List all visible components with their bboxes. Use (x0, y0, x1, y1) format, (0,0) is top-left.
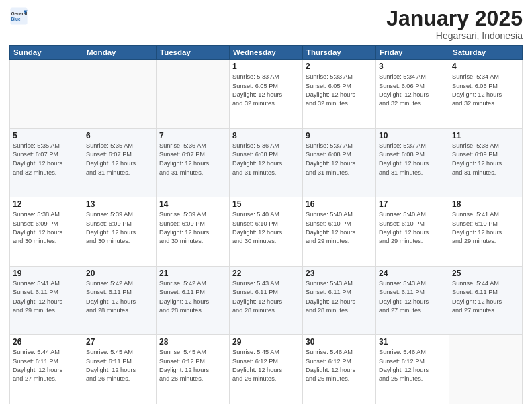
calendar-cell: 3Sunrise: 5:34 AMSunset: 6:06 PMDaylight… (376, 60, 449, 129)
header: General Blue January 2025 Hegarsari, Ind… (9, 7, 523, 41)
calendar-cell: 16Sunrise: 5:40 AMSunset: 6:10 PMDayligh… (303, 197, 376, 267)
day-info: Sunrise: 5:42 AMSunset: 6:11 PMDaylight:… (86, 279, 153, 315)
day-info: Sunrise: 5:39 AMSunset: 6:09 PMDaylight:… (86, 210, 153, 246)
calendar-cell: 30Sunrise: 5:46 AMSunset: 6:12 PMDayligh… (303, 335, 376, 404)
calendar-cell: 4Sunrise: 5:34 AMSunset: 6:06 PMDaylight… (449, 60, 523, 129)
day-info: Sunrise: 5:46 AMSunset: 6:12 PMDaylight:… (306, 348, 373, 383)
day-number: 28 (159, 337, 226, 347)
day-info: Sunrise: 5:38 AMSunset: 6:09 PMDaylight:… (452, 142, 519, 177)
day-number: 22 (232, 269, 300, 278)
weekday-header-row: Sunday Monday Tuesday Wednesday Thursday… (10, 46, 523, 60)
calendar-cell: 5Sunrise: 5:35 AMSunset: 6:07 PMDaylight… (10, 128, 83, 197)
calendar-cell: 19Sunrise: 5:41 AMSunset: 6:11 PMDayligh… (10, 266, 83, 335)
calendar-cell: 22Sunrise: 5:43 AMSunset: 6:11 PMDayligh… (230, 266, 303, 335)
calendar-cell: 10Sunrise: 5:37 AMSunset: 6:08 PMDayligh… (376, 128, 449, 197)
day-number: 20 (86, 269, 153, 278)
day-number: 9 (306, 131, 373, 140)
day-info: Sunrise: 5:33 AMSunset: 6:05 PMDaylight:… (232, 73, 300, 108)
calendar-cell: 2Sunrise: 5:33 AMSunset: 6:05 PMDaylight… (303, 60, 376, 129)
calendar-title: January 2025 (386, 7, 523, 30)
day-info: Sunrise: 5:45 AMSunset: 6:11 PMDaylight:… (86, 348, 153, 383)
calendar-table: Sunday Monday Tuesday Wednesday Thursday… (9, 45, 523, 404)
day-number: 31 (379, 337, 446, 347)
th-friday: Friday (376, 46, 449, 60)
calendar-cell (157, 60, 230, 129)
calendar-cell: 29Sunrise: 5:45 AMSunset: 6:12 PMDayligh… (230, 335, 303, 404)
day-number: 5 (13, 131, 80, 140)
th-monday: Monday (83, 46, 157, 60)
calendar-body: 1Sunrise: 5:33 AMSunset: 6:05 PMDaylight… (10, 60, 523, 404)
day-number: 30 (306, 337, 373, 347)
day-info: Sunrise: 5:34 AMSunset: 6:06 PMDaylight:… (452, 73, 519, 108)
calendar-header: Sunday Monday Tuesday Wednesday Thursday… (10, 46, 523, 60)
day-number: 8 (232, 131, 300, 140)
calendar-cell: 14Sunrise: 5:39 AMSunset: 6:09 PMDayligh… (157, 197, 230, 267)
day-number: 15 (232, 199, 300, 209)
calendar-cell (83, 60, 157, 129)
day-number: 27 (86, 337, 153, 347)
day-info: Sunrise: 5:38 AMSunset: 6:09 PMDaylight:… (13, 210, 80, 246)
calendar-cell: 28Sunrise: 5:45 AMSunset: 6:12 PMDayligh… (157, 335, 230, 404)
day-info: Sunrise: 5:40 AMSunset: 6:10 PMDaylight:… (306, 210, 373, 246)
calendar-cell: 27Sunrise: 5:45 AMSunset: 6:11 PMDayligh… (83, 335, 157, 404)
day-number: 19 (13, 269, 80, 278)
day-info: Sunrise: 5:36 AMSunset: 6:07 PMDaylight:… (159, 142, 226, 177)
calendar-cell: 7Sunrise: 5:36 AMSunset: 6:07 PMDaylight… (157, 128, 230, 197)
svg-text:Blue: Blue (11, 17, 21, 21)
calendar-cell: 12Sunrise: 5:38 AMSunset: 6:09 PMDayligh… (10, 197, 83, 267)
logo-icon: General Blue (9, 7, 28, 26)
day-info: Sunrise: 5:44 AMSunset: 6:11 PMDaylight:… (13, 348, 80, 383)
svg-rect-0 (10, 7, 27, 24)
day-number: 12 (13, 199, 80, 209)
calendar-week-row: 19Sunrise: 5:41 AMSunset: 6:11 PMDayligh… (10, 266, 523, 335)
day-info: Sunrise: 5:35 AMSunset: 6:07 PMDaylight:… (13, 142, 80, 177)
day-number: 1 (232, 62, 300, 71)
calendar-week-row: 5Sunrise: 5:35 AMSunset: 6:07 PMDaylight… (10, 128, 523, 197)
calendar-cell (449, 335, 523, 404)
calendar-cell: 6Sunrise: 5:35 AMSunset: 6:07 PMDaylight… (83, 128, 157, 197)
day-info: Sunrise: 5:34 AMSunset: 6:06 PMDaylight:… (379, 73, 446, 108)
day-info: Sunrise: 5:35 AMSunset: 6:07 PMDaylight:… (86, 142, 153, 177)
day-info: Sunrise: 5:36 AMSunset: 6:08 PMDaylight:… (232, 142, 300, 177)
day-number: 2 (306, 62, 373, 71)
day-number: 7 (159, 131, 226, 140)
day-info: Sunrise: 5:42 AMSunset: 6:11 PMDaylight:… (159, 279, 226, 315)
calendar-cell: 13Sunrise: 5:39 AMSunset: 6:09 PMDayligh… (83, 197, 157, 267)
calendar-cell: 25Sunrise: 5:44 AMSunset: 6:11 PMDayligh… (449, 266, 523, 335)
day-number: 25 (452, 269, 519, 278)
page: General Blue January 2025 Hegarsari, Ind… (0, 0, 532, 411)
day-info: Sunrise: 5:39 AMSunset: 6:09 PMDaylight:… (159, 210, 226, 246)
calendar-cell: 31Sunrise: 5:46 AMSunset: 6:12 PMDayligh… (376, 335, 449, 404)
calendar-cell: 18Sunrise: 5:41 AMSunset: 6:10 PMDayligh… (449, 197, 523, 267)
day-info: Sunrise: 5:37 AMSunset: 6:08 PMDaylight:… (379, 142, 446, 177)
calendar-week-row: 12Sunrise: 5:38 AMSunset: 6:09 PMDayligh… (10, 197, 523, 267)
calendar-cell: 20Sunrise: 5:42 AMSunset: 6:11 PMDayligh… (83, 266, 157, 335)
day-number: 21 (159, 269, 226, 278)
day-info: Sunrise: 5:33 AMSunset: 6:05 PMDaylight:… (306, 73, 373, 108)
calendar-cell: 8Sunrise: 5:36 AMSunset: 6:08 PMDaylight… (230, 128, 303, 197)
th-thursday: Thursday (303, 46, 376, 60)
day-number: 24 (379, 269, 446, 278)
calendar-cell: 26Sunrise: 5:44 AMSunset: 6:11 PMDayligh… (10, 335, 83, 404)
th-sunday: Sunday (10, 46, 83, 60)
calendar-week-row: 1Sunrise: 5:33 AMSunset: 6:05 PMDaylight… (10, 60, 523, 129)
calendar-week-row: 26Sunrise: 5:44 AMSunset: 6:11 PMDayligh… (10, 335, 523, 404)
day-number: 10 (379, 131, 446, 140)
day-info: Sunrise: 5:43 AMSunset: 6:11 PMDaylight:… (379, 279, 446, 315)
day-info: Sunrise: 5:46 AMSunset: 6:12 PMDaylight:… (379, 348, 446, 383)
day-info: Sunrise: 5:41 AMSunset: 6:11 PMDaylight:… (13, 279, 80, 315)
day-number: 13 (86, 199, 153, 209)
calendar-cell: 24Sunrise: 5:43 AMSunset: 6:11 PMDayligh… (376, 266, 449, 335)
day-number: 14 (159, 199, 226, 209)
day-number: 16 (306, 199, 373, 209)
calendar-cell (10, 60, 83, 129)
title-area: January 2025 Hegarsari, Indonesia (386, 7, 523, 41)
day-number: 23 (306, 269, 373, 278)
th-tuesday: Tuesday (157, 46, 230, 60)
day-info: Sunrise: 5:45 AMSunset: 6:12 PMDaylight:… (159, 348, 226, 383)
calendar-cell: 21Sunrise: 5:42 AMSunset: 6:11 PMDayligh… (157, 266, 230, 335)
calendar-cell: 15Sunrise: 5:40 AMSunset: 6:10 PMDayligh… (230, 197, 303, 267)
day-number: 6 (86, 131, 153, 140)
day-info: Sunrise: 5:43 AMSunset: 6:11 PMDaylight:… (306, 279, 373, 315)
calendar-cell: 9Sunrise: 5:37 AMSunset: 6:08 PMDaylight… (303, 128, 376, 197)
